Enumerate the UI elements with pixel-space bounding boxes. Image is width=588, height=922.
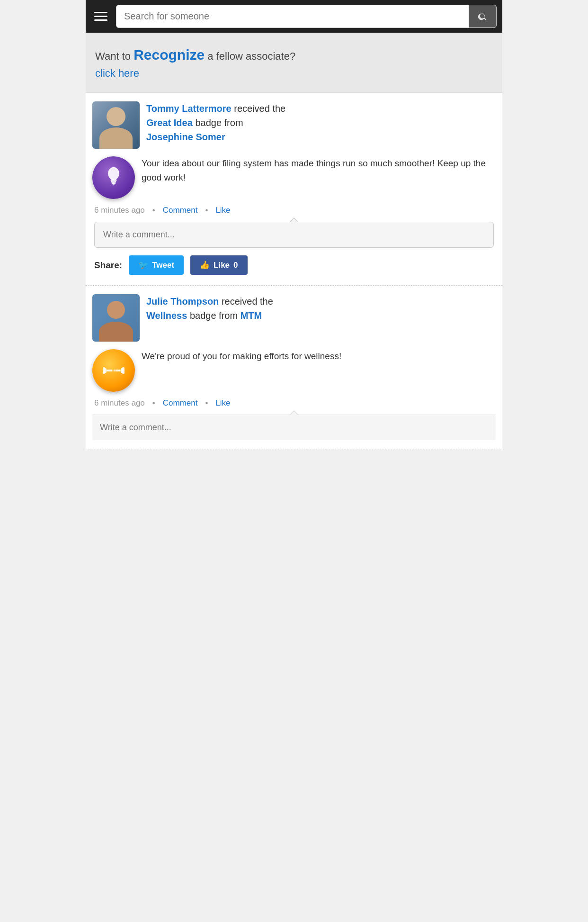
- search-input[interactable]: [116, 5, 469, 27]
- sender-name-2[interactable]: MTM: [241, 310, 262, 321]
- click-here-link[interactable]: click here: [95, 67, 139, 79]
- feed-item-1-body: Your idea about our filing system has ma…: [92, 156, 496, 199]
- feed-item-1-header: Tommy Lattermore received the Great Idea…: [92, 101, 496, 149]
- tweet-label-1: Tweet: [152, 261, 174, 270]
- comment-input-1[interactable]: [95, 222, 493, 247]
- banner-prefix: Want to: [95, 50, 131, 62]
- timestamp-2: 6 minutes ago: [94, 398, 145, 408]
- feed-item-2: Julie Thompson received the Wellness bad…: [86, 286, 502, 449]
- from-label-2: badge from: [190, 310, 241, 321]
- fb-like-label-1: Like: [214, 261, 230, 270]
- banner-suffix: a fellow associate?: [207, 50, 295, 62]
- badge-name-2[interactable]: Wellness: [146, 310, 187, 321]
- timestamp-1: 6 minutes ago: [94, 206, 145, 215]
- search-button[interactable]: [469, 5, 496, 27]
- svg-rect-12: [122, 367, 125, 374]
- badge-name-1[interactable]: Great Idea: [146, 118, 193, 128]
- avatar-julie: [92, 294, 140, 342]
- feed-item-1: Tommy Lattermore received the Great Idea…: [86, 93, 502, 286]
- comment-action-2[interactable]: Comment: [163, 398, 198, 408]
- feed-item-1-title: Tommy Lattermore received the Great Idea…: [146, 101, 496, 144]
- fb-thumb-icon-1: 👍: [200, 260, 210, 270]
- comment-action-1[interactable]: Comment: [163, 206, 198, 215]
- twitter-icon-1: 🐦: [138, 260, 148, 270]
- badge-icon-great-idea: [92, 156, 135, 199]
- like-action-1[interactable]: Like: [215, 206, 230, 215]
- search-icon: [477, 11, 488, 22]
- svg-marker-7: [111, 183, 116, 185]
- feed-item-2-title: Julie Thompson received the Wellness bad…: [146, 294, 496, 323]
- comment-input-2[interactable]: [100, 423, 488, 433]
- from-label-1: badge from: [195, 118, 243, 128]
- like-action-2[interactable]: Like: [215, 398, 230, 408]
- recipient-name-julie[interactable]: Julie Thompson: [146, 296, 219, 307]
- dot-2b: •: [205, 398, 208, 408]
- badge-icon-wellness: [92, 349, 135, 392]
- fb-like-count-1: 0: [233, 261, 238, 270]
- search-bar: [116, 5, 497, 28]
- recognize-word: Recognize: [134, 47, 205, 63]
- avatar-tommy: [92, 101, 140, 149]
- barbell-icon: [102, 359, 125, 382]
- share-label-1: Share:: [94, 260, 122, 271]
- comment-area-2: [92, 415, 496, 440]
- action-text-1: received the: [234, 103, 285, 114]
- feed-item-2-header: Julie Thompson received the Wellness bad…: [92, 294, 496, 342]
- fb-like-button-1[interactable]: 👍 Like 0: [190, 255, 248, 275]
- dot-1a: •: [152, 206, 155, 215]
- lightbulb-icon: [102, 166, 125, 190]
- app-header: [86, 0, 502, 33]
- dot-2a: •: [152, 398, 155, 408]
- recipient-name-tommy[interactable]: Tommy Lattermore: [146, 103, 232, 114]
- svg-rect-9: [103, 367, 105, 374]
- tweet-button-1[interactable]: 🐦 Tweet: [129, 255, 184, 275]
- feed-item-2-body: We're proud of you for making efforts fo…: [92, 349, 496, 392]
- svg-point-0: [108, 167, 119, 180]
- action-text-2: received the: [222, 296, 273, 307]
- hamburger-menu-button[interactable]: [91, 9, 110, 24]
- feed-message-2: We're proud of you for making efforts fo…: [142, 349, 496, 363]
- feed-meta-1: 6 minutes ago • Comment • Like: [92, 206, 496, 215]
- share-row-1: Share: 🐦 Tweet 👍 Like 0: [92, 255, 496, 277]
- dot-1b: •: [205, 206, 208, 215]
- feed-message-1: Your idea about our filing system has ma…: [142, 156, 496, 185]
- recognize-banner: Want to Recognize a fellow associate? cl…: [86, 33, 502, 92]
- feed-meta-2: 6 minutes ago • Comment • Like: [92, 398, 496, 408]
- sender-name-1[interactable]: Josephine Somer: [146, 132, 225, 142]
- comment-area-1: [94, 222, 494, 248]
